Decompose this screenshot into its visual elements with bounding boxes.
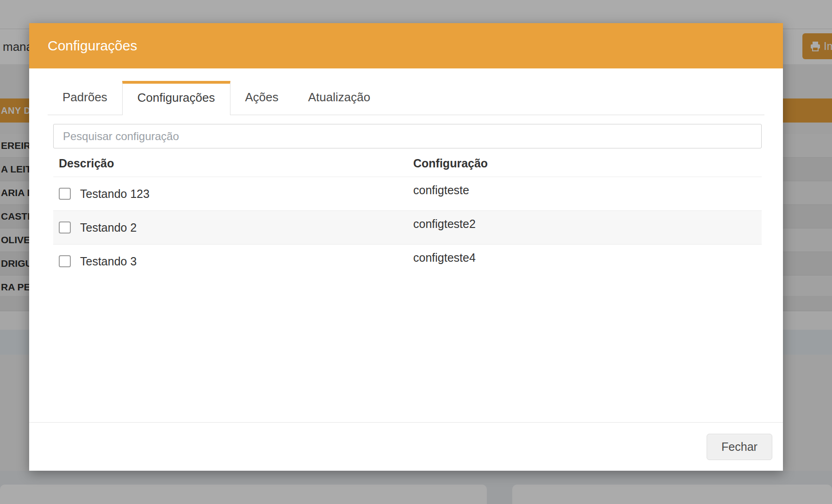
row-description: Testando 3 (80, 255, 137, 268)
row-config-value: configteste2 (413, 217, 476, 230)
config-table: Descrição Configuração Testando 123 conf… (53, 157, 762, 278)
row-description: Testando 123 (80, 187, 149, 201)
close-button[interactable]: Fechar (707, 434, 772, 460)
column-header-descricao: Descrição (53, 157, 413, 170)
table-head: Descrição Configuração (53, 157, 762, 177)
row-config-value: configteste4 (413, 251, 476, 264)
settings-modal: Configurações Padrões Configurações Açõe… (29, 23, 783, 471)
modal-header: Configurações (29, 23, 783, 68)
tab-configuracoes[interactable]: Configurações (122, 81, 230, 115)
table-row: Testando 3 configteste4 (53, 244, 762, 278)
search-wrap (53, 124, 762, 148)
tab-padroes[interactable]: Padrões (48, 81, 122, 115)
row-checkbox[interactable] (59, 188, 71, 200)
row-checkbox[interactable] (59, 255, 71, 267)
column-header-configuracao: Configuração (413, 157, 762, 170)
modal-title: Configurações (29, 38, 137, 54)
row-config-value: configteste (413, 184, 469, 197)
row-checkbox[interactable] (59, 221, 71, 234)
row-description: Testando 2 (80, 221, 137, 234)
tab-acoes[interactable]: Ações (230, 81, 293, 115)
table-row: Testando 123 configteste (53, 177, 762, 210)
table-row: Testando 2 configteste2 (53, 210, 762, 244)
modal-footer: Fechar (29, 422, 783, 471)
screen: mana Im ANY DA EREIRA A LEITE ARIA D CAS… (0, 0, 832, 504)
search-input[interactable] (53, 124, 762, 148)
tab-bar: Padrões Configurações Ações Atualização (48, 81, 764, 115)
tab-atualizacao[interactable]: Atualização (293, 81, 385, 115)
